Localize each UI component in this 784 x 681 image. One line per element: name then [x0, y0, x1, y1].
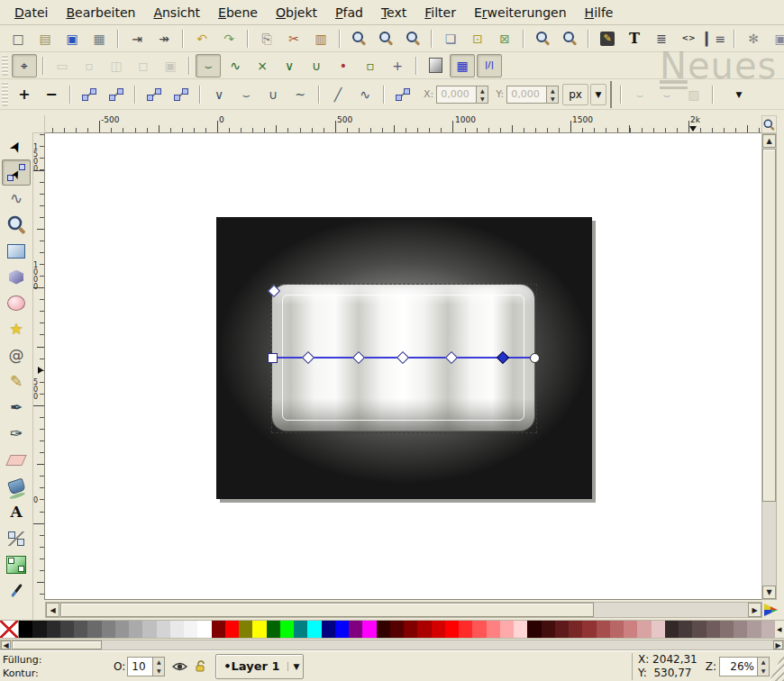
break-nodes-button[interactable] [77, 83, 102, 106]
x-spin-arrows[interactable]: ▲▼ [476, 86, 488, 103]
unlink-clone-button[interactable]: ⊠ [492, 27, 517, 50]
toolbar-grip[interactable] [2, 55, 8, 76]
node-smooth-button[interactable]: ⌣ [233, 83, 259, 106]
current-layer-dropdown[interactable]: •Layer 1 ▼ [215, 654, 304, 679]
menu-ansicht[interactable]: Ansicht [144, 3, 209, 23]
color-swatch[interactable] [74, 621, 87, 638]
scroll-up-button[interactable]: ▲ [762, 134, 776, 148]
color-swatch[interactable] [624, 621, 637, 638]
sticky-zoom-button[interactable] [761, 115, 777, 133]
text-dialog-button[interactable]: T [622, 27, 647, 50]
box3d-tool-button[interactable] [2, 264, 31, 290]
open-document-button[interactable]: ▤ [32, 27, 58, 50]
export-image-button[interactable]: ↠ [151, 27, 177, 50]
color-swatch[interactable] [459, 621, 472, 638]
horizontal-scrollbar[interactable]: ◀ ▶ [45, 602, 762, 618]
snap-path-intersections-button[interactable]: × [250, 54, 275, 77]
color-swatch[interactable] [652, 621, 665, 638]
ellipse-tool-button[interactable] [2, 290, 31, 316]
color-swatch[interactable] [527, 621, 541, 638]
palette-scroll-thumb[interactable] [12, 640, 102, 649]
import-image-button[interactable]: ⇥ [124, 27, 150, 50]
color-swatch[interactable] [761, 621, 775, 638]
insert-node-button[interactable]: + [12, 83, 37, 106]
menu-erweiterungen[interactable]: Erweiterungen [465, 3, 576, 23]
color-swatch[interactable] [432, 621, 445, 638]
scroll-left-button[interactable]: ◀ [46, 603, 59, 617]
segment-curve-button[interactable]: ∿ [352, 83, 378, 106]
spiral-tool-button[interactable]: @ [2, 342, 31, 368]
unit-selector[interactable]: px [562, 84, 588, 105]
y-spin-arrows[interactable]: ▲▼ [546, 86, 558, 103]
palette-menu-button[interactable] [764, 604, 778, 616]
zoom-selection-button[interactable] [346, 27, 371, 50]
unit-dropdown-arrow[interactable]: ▼ [590, 84, 606, 105]
node-corner-button[interactable]: ∨ [206, 83, 232, 106]
palette-scroll-right-button[interactable]: ▶ [773, 640, 783, 649]
color-swatch[interactable] [500, 621, 514, 638]
node-tool-button[interactable]: ➤ [2, 159, 31, 186]
color-swatch[interactable] [720, 621, 734, 638]
vertical-ruler[interactable]: 150010005000 [32, 133, 45, 600]
select-original-button[interactable] [557, 27, 582, 50]
snap-grids-button[interactable]: ▦ [450, 54, 475, 77]
color-swatch[interactable] [377, 621, 390, 638]
snap-midpoints-button[interactable]: • [331, 54, 356, 77]
color-swatch[interactable] [239, 621, 252, 638]
node-symmetric-button[interactable]: ∪ [260, 83, 286, 106]
pen-tool-button[interactable]: ✒ [2, 395, 31, 421]
eraser-tool-button[interactable] [2, 447, 31, 473]
color-swatch[interactable] [47, 621, 60, 638]
color-swatch[interactable] [225, 621, 239, 638]
color-swatch[interactable] [514, 621, 527, 638]
canvas[interactable] [45, 133, 761, 600]
color-swatch[interactable] [252, 621, 266, 638]
horizontal-scroll-thumb[interactable] [60, 603, 594, 617]
toolbar-grip[interactable] [2, 82, 8, 105]
color-swatch[interactable] [184, 621, 197, 638]
star-tool-button[interactable]: ★ [2, 316, 31, 342]
color-swatch[interactable] [32, 621, 46, 638]
swatch-none[interactable] [0, 621, 19, 638]
color-swatch[interactable] [142, 621, 156, 638]
menu-text[interactable]: Text [372, 3, 415, 23]
horizontal-ruler[interactable]: -5000500100015002k [45, 115, 761, 133]
gradient-end-handle[interactable] [530, 353, 540, 363]
menu-pfad[interactable]: Pfad [326, 3, 372, 23]
menu-bearbeiten[interactable]: Bearbeiten [57, 3, 144, 23]
color-swatch[interactable] [542, 621, 555, 638]
color-swatch[interactable] [582, 621, 596, 638]
snap-cusp-nodes-button[interactable]: ∨ [277, 54, 302, 77]
color-swatch[interactable] [417, 621, 431, 638]
snap-rotation-centers-button[interactable]: + [385, 54, 410, 77]
fill-stroke-indicator[interactable]: Füllung: Kontur: [0, 653, 106, 680]
paste-button[interactable]: ▥ [308, 27, 333, 50]
window-resize-grip[interactable] [770, 651, 784, 681]
text-tool-button[interactable]: A [2, 499, 31, 525]
color-swatch[interactable] [637, 621, 651, 638]
node-auto-button[interactable]: ~ [287, 83, 313, 106]
calligraphy-tool-button[interactable]: ✑ [2, 421, 31, 447]
object-to-path-button[interactable] [390, 83, 415, 106]
color-swatch[interactable] [472, 621, 486, 638]
color-swatch[interactable] [19, 621, 32, 638]
color-swatch[interactable] [747, 621, 761, 638]
rectangle-tool-button[interactable] [2, 238, 31, 264]
menu-filter[interactable]: Filter [415, 3, 465, 23]
dropper-tool-button[interactable] [2, 577, 31, 604]
delete-node-button[interactable]: − [39, 83, 64, 106]
color-swatch[interactable] [102, 621, 115, 638]
snap-smooth-nodes-button[interactable]: ∪ [304, 54, 329, 77]
fill-stroke-dialog-button[interactable]: ✎ [595, 27, 620, 50]
opacity-spin-arrows[interactable]: ▲▼ [152, 658, 164, 676]
snap-object-centers-button[interactable]: ▫ [358, 54, 383, 77]
toolbar-overflow-arrow[interactable]: ▼ [731, 84, 747, 105]
color-swatch[interactable] [294, 621, 307, 638]
scroll-right-button[interactable]: ▶ [748, 603, 761, 617]
color-swatch[interactable] [115, 621, 129, 638]
vertical-scrollbar[interactable]: ▲ ▼ [761, 133, 777, 600]
color-swatch[interactable] [362, 621, 376, 638]
menu-ebene[interactable]: Ebene [209, 3, 267, 23]
palette-scrollbar[interactable]: ◀ ▶ [0, 640, 784, 650]
gradient-start-handle[interactable] [268, 353, 278, 363]
